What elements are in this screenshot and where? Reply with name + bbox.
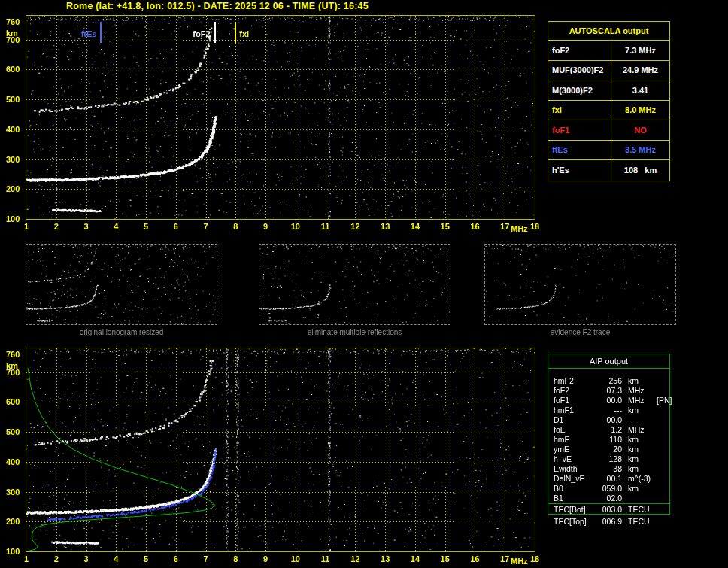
aip-param-value: 00.0 <box>596 396 628 405</box>
thumbnail-caption-1: eliminate multiple reflections <box>259 328 450 336</box>
aip-param-extra <box>657 415 669 425</box>
aip-param-extra <box>657 435 669 445</box>
autoscala-row-fof2: foF2 7.3 MHz <box>548 41 669 61</box>
x-tick-label: 18 <box>526 223 543 231</box>
x-tick-label: 14 <box>407 223 423 231</box>
autoscala-param-label: ftEs <box>548 141 611 160</box>
aip-param-unit <box>628 494 657 503</box>
aip-param-value: 059.0 <box>596 484 628 494</box>
thumbnail-caption-0: original ionogram resized <box>26 328 217 336</box>
ionogram-plot-top: ftEsfoF2fxI <box>26 15 535 220</box>
aip-row-tec-bot: TEC[Bot]003.0TECU <box>548 503 669 514</box>
aip-param-value: 128 <box>596 454 628 464</box>
x-tick-label: 6 <box>168 223 184 231</box>
aip-param-value: 00.1 <box>596 474 628 484</box>
aip-param-value: 256 <box>596 376 628 386</box>
autoscala-param-value: 7.3 MHz <box>611 41 669 60</box>
aip-param-unit: MHz <box>628 425 657 435</box>
aip-param-value: 07.3 <box>596 386 628 396</box>
aip-param-extra <box>657 517 669 527</box>
aip-param-unit: km <box>628 454 657 464</box>
aip-param-extra <box>657 474 669 484</box>
autoscala-row-fof1: foF1 NO <box>548 120 669 141</box>
x-tick-label: 18 <box>526 555 543 563</box>
x-tick-label: 9 <box>257 223 274 231</box>
autoscala-window: Rome (lat: +41.8, lon: 012.5) - DATE: 20… <box>0 0 728 568</box>
y-tick-label: 500 <box>6 428 26 436</box>
autoscala-output-table: AUTOSCALA output foF2 7.3 MHz MUF(3000)F… <box>548 21 670 181</box>
x-tick-label: 8 <box>227 555 244 563</box>
autoscala-param-label: fxI <box>548 101 611 120</box>
aip-param-name: B1 <box>554 494 596 503</box>
aip-param-name: ymE <box>554 445 596 454</box>
aip-param-extra <box>657 464 669 474</box>
x-tick-label: 5 <box>138 223 154 231</box>
autoscala-param-value: 108 km <box>611 160 669 181</box>
y-tick-label: 400 <box>6 458 26 466</box>
x-tick-label: 13 <box>377 555 393 563</box>
aip-param-value: 00.0 <box>596 415 628 425</box>
x-tick-label: 10 <box>287 555 304 563</box>
aip-row-b0: B0059.0km <box>548 484 669 494</box>
x-axis-unit-mhz-bottom: MHz <box>511 557 528 566</box>
aip-row-foe: foE1.2MHz <box>548 425 669 435</box>
aip-param-name: DelN_vE <box>554 474 596 484</box>
x-tick-label: 8 <box>227 223 244 231</box>
aip-param-value: 38 <box>596 464 628 474</box>
autoscala-row-m3000f2: M(3000)F2 3.41 <box>548 80 669 101</box>
x-tick-label: 1 <box>18 555 35 563</box>
autoscala-param-value: 3.5 MHz <box>611 141 669 160</box>
aip-param-name: foF1 <box>554 396 596 405</box>
aip-param-name: TEC[Bot] <box>554 504 596 515</box>
autoscala-param-value: 8.0 MHz <box>611 101 669 120</box>
x-tick-label: 4 <box>108 223 124 231</box>
x-tick-label: 11 <box>317 223 334 231</box>
x-tick-label: 16 <box>466 223 483 231</box>
aip-param-name: hmF1 <box>554 405 596 415</box>
y-tick-label: 600 <box>6 65 26 74</box>
x-tick-label: 12 <box>347 223 363 231</box>
x-tick-label: 12 <box>347 555 363 563</box>
aip-param-unit <box>628 415 657 425</box>
y-tick-label: 200 <box>6 185 26 193</box>
autoscala-row-muf3000f2: MUF(3000)F2 24.9 MHz <box>548 61 669 81</box>
y-tick-label: 760 <box>6 18 26 26</box>
aip-row-hve: h_vE128km <box>548 454 669 464</box>
thumbnail-caption-2: evidence F2 trace <box>484 328 676 336</box>
x-tick-label: 4 <box>108 555 124 563</box>
aip-param-unit: km <box>628 435 657 445</box>
aip-row-fof1: foF100.0MHz[PN] <box>548 396 669 405</box>
aip-param-extra <box>657 504 669 515</box>
y-tick-label: 500 <box>6 96 26 104</box>
aip-row-yme: ymE20km <box>548 445 669 454</box>
y-tick-label: 100 <box>6 215 26 223</box>
aip-param-name: hmF2 <box>554 376 596 386</box>
autoscala-row-fxi: fxI 8.0 MHz <box>548 101 669 121</box>
aip-param-extra <box>657 454 669 464</box>
autoscala-param-label: foF1 <box>548 120 611 140</box>
y-axis-unit-km-top: km <box>6 29 18 38</box>
aip-param-value: 20 <box>596 445 628 454</box>
autoscala-param-value: NO <box>611 120 669 140</box>
aip-param-unit: km <box>628 445 657 454</box>
x-tick-label: 10 <box>287 223 304 231</box>
aip-param-value: --- <box>596 405 628 415</box>
aip-table-header: AIP output <box>548 354 669 369</box>
ionogram-canvas-bottom <box>26 348 535 551</box>
x-tick-label: 1 <box>18 223 35 231</box>
x-tick-label: 2 <box>48 555 65 563</box>
ionogram-plot-bottom <box>26 348 535 552</box>
aip-param-value: 110 <box>596 435 628 445</box>
aip-param-name: B0 <box>554 484 596 494</box>
aip-param-name: hmE <box>554 435 596 445</box>
aip-param-extra <box>657 405 669 415</box>
autoscala-param-value: 24.9 MHz <box>611 61 669 80</box>
thumbnail-original-ionogram <box>26 244 217 325</box>
aip-row-hme: hmE110km <box>548 435 669 445</box>
thumbnail-evidence-f2-trace <box>484 244 676 325</box>
aip-param-extra <box>657 494 669 503</box>
aip-param-extra: [PN] <box>657 396 672 405</box>
autoscala-param-label: MUF(3000)F2 <box>548 61 611 80</box>
aip-param-name: TEC[Top] <box>554 517 596 527</box>
x-tick-label: 11 <box>317 555 334 563</box>
